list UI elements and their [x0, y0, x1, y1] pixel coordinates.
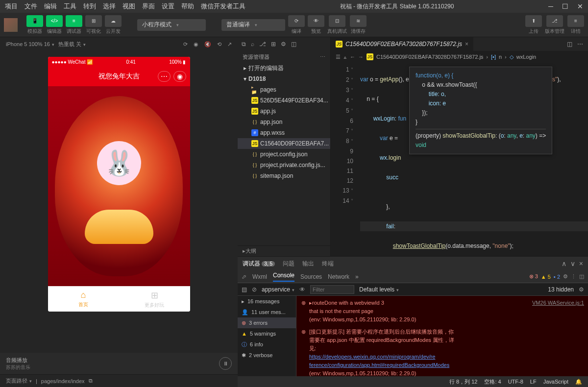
dbg-min-icon[interactable]: ∧: [562, 260, 566, 267]
menu-file[interactable]: 文件: [24, 2, 37, 11]
editor-tab[interactable]: JS C15640D09F02EBAFA73028D767F15872.js ×: [331, 37, 473, 51]
version-button[interactable]: ⎇: [546, 15, 563, 27]
file-project.config.json[interactable]: { } project.config.json: [238, 149, 330, 160]
avatar[interactable]: [4, 18, 18, 32]
dbg-tab-output[interactable]: 输出: [302, 260, 314, 268]
menu-tools[interactable]: 工具: [64, 2, 76, 11]
tab-more[interactable]: ⊞更多好玩: [119, 287, 190, 312]
hidden-count[interactable]: 13 hidden: [548, 286, 574, 293]
bc-file[interactable]: C15640D09F02EBAFA73028D767F15872.js: [376, 54, 483, 60]
stat-info[interactable]: ▪ 2: [554, 274, 560, 280]
split-editor-icon[interactable]: ◫: [567, 41, 572, 48]
tab-close-icon[interactable]: ×: [465, 41, 468, 48]
capsule-close[interactable]: ◉: [173, 71, 186, 82]
dt-tab-network[interactable]: Network: [328, 273, 349, 280]
upload-button[interactable]: ⬆: [525, 15, 542, 27]
capsule-menu[interactable]: ⋯: [158, 71, 171, 82]
visual-toggle[interactable]: ⊞: [85, 15, 102, 27]
editor-more-icon[interactable]: ⋯: [577, 41, 583, 48]
explorer-git-icon[interactable]: ⎇: [259, 41, 266, 48]
msg-filter[interactable]: ✱ 2 verbose: [238, 350, 296, 361]
menu-devtools[interactable]: 微信开发者工具: [201, 2, 245, 11]
dbg-close-icon[interactable]: ×: [579, 260, 583, 267]
explorer-search-icon[interactable]: ⌕: [251, 41, 254, 48]
file-526D5E449F02EBAF34...[interactable]: JS 526D5E449F02EBAF34...: [238, 95, 330, 106]
sim-mute-icon[interactable]: 🔇: [204, 41, 211, 48]
dt-tab-sources[interactable]: Sources: [300, 273, 322, 280]
cloud-toggle[interactable]: ☁: [105, 15, 122, 27]
sim-refresh-icon[interactable]: ⟳: [183, 41, 188, 48]
encoding[interactable]: UTF-8: [508, 379, 523, 385]
explorer-cfg-icon[interactable]: ⚙: [281, 41, 286, 48]
compile-button[interactable]: ⟳: [288, 15, 305, 27]
file-C15640D09F02EBAFA7...[interactable]: JS C15640D09F02EBAFA7...: [238, 138, 330, 149]
code-editor[interactable]: 1 ˅2 ˅3 ˅4 ˅5 ˅67 ˅8 ˅910111213 ˅14 ˅ va…: [331, 63, 588, 256]
eol[interactable]: LF: [530, 379, 537, 385]
cursor-pos[interactable]: 行 8，列 12: [449, 378, 477, 386]
context-select[interactable]: appservice: [262, 286, 294, 293]
menu-edit[interactable]: 编辑: [44, 2, 57, 11]
editor-toggle[interactable]: </>: [46, 15, 63, 27]
msg-filter[interactable]: ⊗ 3 errors: [238, 317, 296, 328]
menu-interface[interactable]: 界面: [142, 2, 155, 11]
page-path-label[interactable]: 页面路径: [6, 377, 32, 385]
msg-filter[interactable]: ▲ 5 warnings: [238, 328, 296, 339]
filter-input[interactable]: [310, 285, 354, 294]
debugger-toggle[interactable]: ≡: [66, 15, 82, 27]
explorer-hex-icon[interactable]: ◫: [291, 41, 296, 48]
dbg-max-icon[interactable]: ∨: [570, 260, 575, 267]
dbg-tab-problems[interactable]: 问题: [283, 260, 294, 268]
file-app.json[interactable]: { } app.json: [238, 117, 330, 127]
con-clear-icon[interactable]: ⊘: [252, 286, 257, 293]
msg-filter[interactable]: ⓘ 6 info: [238, 339, 296, 350]
sim-rotate-icon[interactable]: ⟲: [217, 41, 221, 48]
details-button[interactable]: ≡: [567, 15, 584, 27]
menu-project[interactable]: 项目: [5, 2, 18, 11]
file-pages[interactable]: ▸ 📁 pages: [238, 84, 330, 95]
menu-select[interactable]: 选择: [103, 2, 116, 11]
bc-fn[interactable]: wxLogin: [516, 54, 536, 60]
file-app.wxss[interactable]: # app.wxss: [238, 127, 330, 138]
file-sitemap.json[interactable]: { } sitemap.json: [238, 170, 330, 181]
outline-section[interactable]: ▸ 大纲: [238, 245, 330, 256]
dt-menu-icon[interactable]: ⋮: [571, 273, 576, 280]
open-editors[interactable]: ▸ 打开的编辑器: [238, 63, 330, 73]
msg-filter[interactable]: 👤 11 user mes...: [238, 307, 296, 317]
dbg-tab-debugger[interactable]: 调试器 3, 5: [243, 260, 275, 268]
indent[interactable]: 空格: 4: [484, 378, 501, 386]
stat-warnings[interactable]: ▲ 5: [541, 274, 551, 280]
dt-gear-icon[interactable]: ⚙: [563, 273, 568, 280]
file-app.js[interactable]: JS app.js: [238, 106, 330, 117]
close-icon[interactable]: ✕: [577, 2, 583, 10]
bc-obj[interactable]: n: [499, 54, 502, 60]
minimize-icon[interactable]: ─: [548, 2, 553, 10]
sim-home-icon[interactable]: ◉: [194, 41, 198, 48]
project-root[interactable]: ▾ D1018: [238, 73, 330, 84]
menu-settings[interactable]: 设置: [162, 2, 174, 11]
eye-icon[interactable]: 👁: [299, 286, 305, 293]
sim-detach-icon[interactable]: ↗: [227, 41, 232, 48]
device-select[interactable]: iPhone 5 100% 16: [6, 41, 54, 47]
language[interactable]: JavaScript: [543, 379, 568, 385]
dt-tab-wxml[interactable]: Wxml: [252, 273, 267, 280]
stat-errors[interactable]: ⊗ 3: [529, 273, 538, 280]
dt-inspect-icon[interactable]: ⬀: [242, 273, 246, 280]
con-gear-icon[interactable]: ⚙: [579, 286, 584, 293]
hotreload-select[interactable]: 热重载 关: [58, 41, 86, 48]
explorer-more-icon[interactable]: ⋯: [320, 54, 325, 60]
bc-fwd-icon[interactable]: →: [358, 54, 364, 60]
maximize-icon[interactable]: ☐: [562, 2, 568, 10]
menu-view[interactable]: 视图: [122, 2, 135, 11]
compile-select[interactable]: 普通编译: [221, 19, 285, 31]
clear-cache-button[interactable]: ≋: [350, 15, 367, 27]
remote-debug-button[interactable]: ⊡: [329, 15, 345, 27]
mode-select[interactable]: 小程序模式: [137, 19, 206, 31]
bell-icon[interactable]: 🔔: [575, 379, 582, 385]
bc-back-icon[interactable]: ←: [350, 54, 355, 60]
tab-home[interactable]: ⌂首页: [48, 287, 119, 312]
miniapp-content[interactable]: [48, 86, 190, 286]
bc-menu-icon[interactable]: ☰: [336, 54, 341, 60]
explorer-ext-icon[interactable]: ⊞: [271, 41, 276, 48]
menu-goto[interactable]: 转到: [83, 2, 96, 11]
dt-tab-console[interactable]: Console: [273, 272, 294, 282]
